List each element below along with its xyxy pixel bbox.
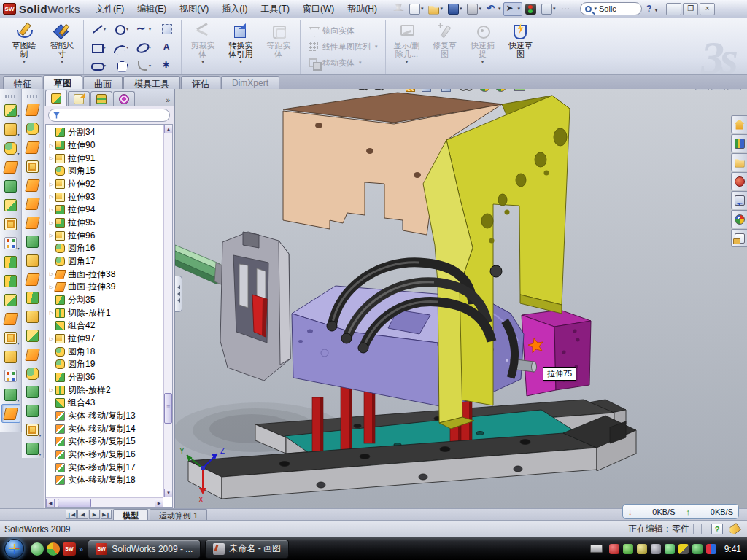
feature-tree-item[interactable]: ▷ 曲面-拉伸39 [47, 281, 163, 294]
feature-tree-item[interactable]: 实体-移动/复制13 [47, 410, 163, 423]
save-button[interactable]: ▾ [446, 2, 465, 16]
feature-tree-item[interactable]: 分割35 [47, 294, 163, 307]
feature-tree-item[interactable]: 实体-移动/复制16 [47, 448, 163, 462]
taskbar-clock[interactable]: 9:41 [724, 544, 741, 554]
command-row-button[interactable]: 镜向实体 [304, 23, 382, 38]
document-tab[interactable]: 运动算例 1 [150, 509, 207, 520]
extend-surface-button[interactable] [23, 233, 42, 252]
feature-tree-item[interactable]: ▷ 拉伸95 [47, 217, 163, 230]
network-warning[interactable] [678, 544, 689, 554]
feature-tree-item[interactable]: ▷ 拉伸93 [47, 190, 163, 203]
fillet-button[interactable]: ▾ [1, 139, 20, 158]
pattern-button[interactable]: ▾ [1, 233, 20, 252]
reference-geometry-button[interactable]: ▾ [23, 421, 42, 440]
expand-arrow-icon[interactable]: ▷ [47, 387, 55, 393]
tree-horizontal-scrollbar[interactable]: ◀ ▶ [46, 497, 163, 508]
security-center[interactable] [692, 544, 703, 554]
ribbon-tab[interactable]: 模具工具 [123, 76, 180, 89]
feature-tree-item[interactable]: 实体-移动/复制18 [47, 474, 163, 487]
split-button[interactable] [1, 252, 20, 271]
ribbon-tab[interactable]: DimXpert [221, 76, 279, 89]
restore-button[interactable]: ❐ [683, 3, 698, 15]
panel-tabs-overflow[interactable]: » [166, 96, 173, 106]
file-explorer-button[interactable] [731, 153, 747, 171]
document-tab[interactable]: 模型 [113, 509, 148, 520]
extruded-cut-button[interactable]: ▾ [1, 120, 20, 139]
start-button[interactable] [1, 538, 26, 559]
rib-button[interactable] [1, 195, 20, 214]
taskbar-task-button[interactable]: 未命名 - 画图 [205, 540, 289, 559]
command-button[interactable]: 剪裁实 体▾ [184, 20, 222, 74]
solidworks-shortcut-icon[interactable]: SW [63, 542, 76, 556]
command-row-button[interactable]: 移动实体▾ [304, 55, 382, 70]
curve-button[interactable]: ▾ [1, 385, 20, 404]
knit-surface-button[interactable] [23, 327, 42, 346]
text-button[interactable] [155, 38, 177, 55]
scroll-down-button[interactable]: ▼ [164, 489, 173, 497]
next-tab-button[interactable]: ▶ [89, 510, 100, 519]
menu-item[interactable]: 工具(T) [255, 1, 296, 18]
feature-tree-item[interactable]: 圆角18 [47, 345, 163, 358]
ribbon-tab[interactable]: 曲面 [83, 76, 123, 89]
sync[interactable] [706, 544, 716, 554]
replace-face-button[interactable] [23, 308, 42, 327]
feature-tree-item[interactable]: 组合43 [47, 397, 163, 410]
minimize-button[interactable]: — [666, 3, 681, 15]
expand-arrow-icon[interactable]: ▷ [47, 207, 55, 213]
arc-button[interactable]: ▾ [110, 38, 132, 55]
configurationmanager-tab[interactable] [90, 91, 112, 106]
rebuild-button[interactable] [523, 2, 538, 16]
ribbon-tab[interactable]: 评估 [181, 76, 220, 89]
ribbon-tab[interactable]: 特征 [3, 76, 42, 89]
help-button[interactable]: ? ▾ [643, 4, 660, 14]
dimxpertmanager-tab[interactable] [113, 91, 135, 106]
new-document-button[interactable]: ▾ [407, 2, 426, 16]
ribbon-tab[interactable]: 草图 [43, 75, 82, 89]
view-settings-button[interactable]: ▾ [514, 89, 529, 92]
taskbar-task-button[interactable]: SW SolidWorks 2009 - ... [88, 540, 201, 559]
zoom-area-button[interactable] [372, 89, 384, 92]
3d-contentcentral-button[interactable] [731, 172, 747, 190]
zoom-fit-button[interactable] [356, 89, 368, 92]
view-orientation-button[interactable]: ▾ [420, 89, 436, 92]
graphics-viewport[interactable]: Y Z X ▾▾▾▾▾ — ❐ × 拉伸75 [175, 89, 747, 508]
feature-tree-item[interactable]: 实体-移动/复制17 [47, 461, 163, 474]
ellipse-button[interactable]: ▾ [133, 38, 155, 55]
feature-tree-item[interactable]: ▷ 拉伸97 [47, 332, 163, 346]
hole-wizard-button[interactable] [1, 214, 20, 233]
undo-button[interactable]: ↶▾ [484, 2, 503, 16]
spline-tool-button[interactable]: ▾ [23, 439, 42, 458]
lofted-surface-button[interactable] [23, 139, 42, 158]
feature-tree-item[interactable]: ▷ 拉伸90 [47, 139, 163, 152]
last-tab-button[interactable]: ▶❙ [101, 510, 112, 519]
messenger-icon[interactable] [31, 542, 44, 556]
scroll-thumb[interactable] [164, 393, 172, 424]
options-button[interactable]: ▾ [539, 2, 558, 16]
open-button[interactable]: ▾ [426, 2, 445, 16]
propertymanager-tab[interactable] [68, 91, 90, 106]
select-button[interactable]: ➤▾ [503, 2, 522, 16]
feature-tree-item[interactable]: 组合42 [47, 319, 163, 332]
shield-power[interactable] [623, 544, 633, 554]
expand-arrow-icon[interactable]: ▷ [47, 194, 55, 200]
apply-scene-button[interactable]: ▾ [495, 89, 510, 92]
rectangle-button[interactable]: ▾ [88, 38, 109, 55]
expand-arrow-icon[interactable]: ▷ [47, 336, 55, 342]
feature-tree-item[interactable]: ▷ 切除-放样2 [47, 384, 163, 397]
antivirus[interactable] [609, 544, 619, 554]
feature-tree-item[interactable]: 分割36 [47, 371, 163, 384]
expand-arrow-icon[interactable]: ▷ [47, 220, 55, 226]
line-button[interactable]: ▾ [88, 20, 109, 37]
first-tab-button[interactable]: ❙◀ [66, 510, 77, 519]
reference-axis-button[interactable] [1, 366, 20, 385]
expand-arrow-icon[interactable]: ▷ [47, 155, 55, 161]
gray-clamp[interactable] [220, 232, 290, 381]
appearances-scenes-button[interactable] [731, 210, 747, 228]
feature-tree-item[interactable]: 圆角15 [47, 165, 163, 178]
reference-point-button[interactable]: ▾ [1, 328, 20, 347]
save-bodies-button[interactable] [1, 271, 20, 290]
expand-arrow-icon[interactable]: ▷ [47, 233, 55, 238]
doc-close-button[interactable]: × [727, 89, 741, 90]
command-button[interactable]: 显示/删 除几...▾ [388, 20, 426, 74]
command-button[interactable]: 转换实 体引用▾ [222, 20, 260, 74]
